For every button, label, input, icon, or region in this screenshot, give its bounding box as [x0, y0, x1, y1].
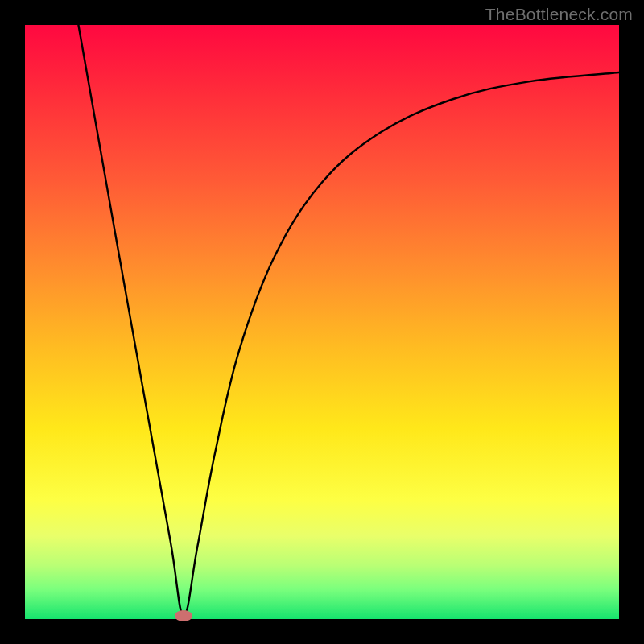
chart-frame: TheBottleneck.com [0, 0, 644, 644]
bottleneck-curve [25, 25, 619, 619]
minimum-marker [175, 610, 192, 621]
watermark-text: TheBottleneck.com [485, 5, 633, 24]
chart-plot-area [25, 25, 619, 619]
